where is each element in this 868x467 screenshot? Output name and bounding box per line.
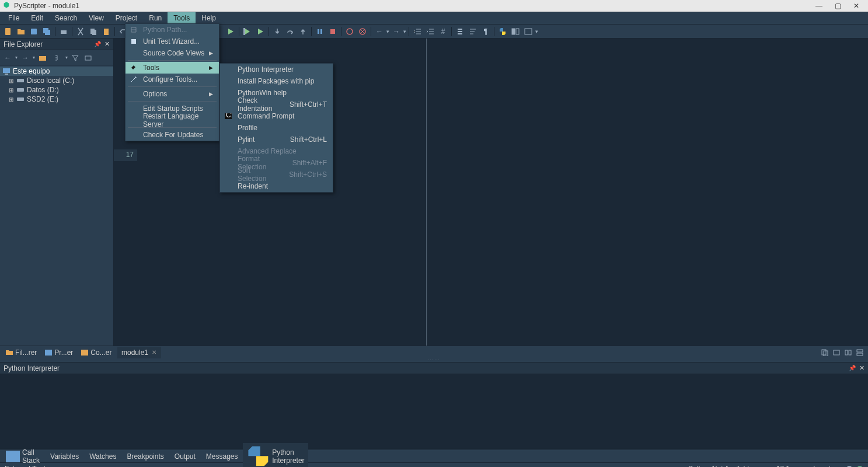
- submenu-re-indent[interactable]: Re-indent: [220, 180, 333, 192]
- open-file-button[interactable]: [15, 26, 27, 37]
- status-mode: Insert: [801, 465, 842, 468]
- pin-icon[interactable]: 📌: [849, 365, 856, 371]
- sidebar-tab-project[interactable]: Pr...er: [41, 347, 76, 358]
- fe-filter-button[interactable]: [70, 53, 81, 63]
- tree-item[interactable]: ⊞ Datos (D:): [0, 85, 113, 95]
- submenu-pylint[interactable]: PylintShift+Ctrl+L: [220, 134, 333, 145]
- new-file-button[interactable]: [2, 26, 14, 37]
- submenu-check-indentation[interactable]: Check IndentationShift+Ctrl+T: [220, 99, 333, 110]
- menu-project[interactable]: Project: [110, 12, 143, 24]
- indent-button[interactable]: [424, 26, 436, 37]
- debug-button[interactable]: [242, 26, 253, 37]
- submenu-command-prompt[interactable]: C:\ Command Prompt: [220, 110, 333, 122]
- dock-tab-variables[interactable]: Variables: [44, 451, 82, 462]
- menu-edit[interactable]: Edit: [25, 12, 49, 24]
- menu-item-unit-test-wizard[interactable]: Unit Test Wizard...: [126, 36, 219, 47]
- pilcrow-button[interactable]: ¶: [480, 26, 491, 37]
- paste-button[interactable]: [100, 26, 112, 37]
- menu-run[interactable]: Run: [143, 12, 168, 24]
- toggle-comment-button[interactable]: #: [437, 26, 449, 37]
- menu-file[interactable]: File: [2, 12, 25, 24]
- svg-rect-15: [516, 29, 519, 34]
- fe-back-button[interactable]: ←: [2, 53, 13, 63]
- tab-close-icon[interactable]: ✕: [152, 349, 156, 356]
- nav-back-button[interactable]: ←: [374, 26, 385, 37]
- menu-item-tools[interactable]: Tools ▶: [126, 62, 219, 74]
- minimize-button[interactable]: —: [815, 2, 822, 9]
- tab-action-2[interactable]: [832, 348, 841, 357]
- panel-close-icon[interactable]: ✕: [104, 40, 110, 48]
- menu-view[interactable]: View: [83, 12, 110, 24]
- expand-icon[interactable]: ⊞: [8, 96, 14, 103]
- tab-action-3[interactable]: [843, 348, 853, 357]
- submenu-install-packages[interactable]: Install Packages with pip: [220, 75, 333, 87]
- pause-button[interactable]: [314, 26, 326, 37]
- python-icon-button[interactable]: [497, 26, 508, 37]
- svg-rect-7: [104, 29, 109, 35]
- step-over-button[interactable]: [284, 26, 296, 37]
- status-position: 17:1: [765, 465, 801, 468]
- editor-tab-module1[interactable]: module1 ✕: [117, 347, 161, 358]
- dock-tab-watches[interactable]: Watches: [83, 451, 120, 462]
- print-button[interactable]: [58, 26, 69, 37]
- tree-root[interactable]: Este equipo: [0, 67, 113, 76]
- tab-action-4[interactable]: [855, 348, 864, 357]
- step-into-button[interactable]: [271, 26, 283, 37]
- menu-item-restart-language-server[interactable]: Restart Language Server: [126, 114, 219, 126]
- dock-tab-messages[interactable]: Messages: [200, 451, 242, 462]
- dock-tab-breakpoints[interactable]: Breakpoints: [121, 451, 167, 462]
- wrap-button[interactable]: [467, 26, 479, 37]
- menu-item-check-for-updates[interactable]: Check For Updates: [126, 129, 219, 141]
- list-button[interactable]: [454, 26, 466, 37]
- outdent-button[interactable]: [412, 26, 423, 37]
- menu-item-source-code-views[interactable]: Source Code Views ▶: [126, 47, 219, 59]
- save-all-button[interactable]: [41, 26, 53, 37]
- menu-help[interactable]: Help: [196, 12, 222, 24]
- tools-icon: [129, 63, 138, 72]
- run-to-cursor-button[interactable]: [255, 26, 266, 37]
- clear-breakpoints-button[interactable]: [357, 26, 368, 37]
- stop-button[interactable]: [327, 26, 339, 37]
- svg-rect-22: [17, 97, 24, 101]
- submenu-python-interpreter[interactable]: Python Interpreter: [220, 64, 333, 75]
- fe-up-button[interactable]: [37, 53, 48, 63]
- sidebar-tab-code-explorer[interactable]: Co...er: [78, 347, 115, 358]
- pin-icon[interactable]: 📌: [94, 41, 101, 47]
- interpreter-body[interactable]: [0, 374, 868, 449]
- run-button[interactable]: [225, 26, 236, 37]
- panel-close-icon[interactable]: ✕: [859, 364, 864, 372]
- menu-item-options[interactable]: Options ▶: [126, 88, 219, 100]
- dock-tab-python-interpreter[interactable]: Python Interpreter: [243, 443, 308, 467]
- menu-item-configure-tools[interactable]: Configure Tools...: [126, 74, 219, 85]
- toggle-breakpoint-button[interactable]: [344, 26, 355, 37]
- svg-rect-0: [5, 28, 11, 35]
- close-button[interactable]: ✕: [853, 2, 860, 9]
- sidebar-tab-file-explorer[interactable]: Fil...rer: [2, 347, 40, 358]
- status-icon-2[interactable]: [856, 465, 863, 468]
- cut-button[interactable]: [75, 26, 86, 37]
- submenu-profile[interactable]: Profile: [220, 122, 333, 134]
- dock-tab-call-stack[interactable]: Call Stack: [2, 447, 43, 466]
- maximize-button[interactable]: ▢: [834, 2, 841, 9]
- svg-rect-20: [17, 79, 24, 82]
- dock-tab-output[interactable]: Output: [169, 451, 199, 462]
- menu-search[interactable]: Search: [49, 12, 83, 24]
- expand-icon[interactable]: ⊞: [8, 78, 14, 84]
- expand-icon[interactable]: ⊞: [8, 87, 14, 93]
- status-icon-1[interactable]: [846, 465, 853, 468]
- tree-item[interactable]: ⊞ Disco local (C:): [0, 76, 113, 85]
- fe-forward-button[interactable]: →: [20, 53, 30, 63]
- copy-button[interactable]: [88, 26, 99, 37]
- cmd-icon: C:\: [224, 111, 233, 121]
- layout-dropdown-button[interactable]: [522, 26, 534, 37]
- fe-refresh-button[interactable]: [83, 53, 93, 63]
- menu-bar: File Edit Search View Project Run Tools …: [0, 12, 868, 25]
- save-button[interactable]: [28, 26, 40, 37]
- tree-item[interactable]: ⊞ SSD2 (E:): [0, 95, 113, 104]
- fe-tree-button[interactable]: [53, 53, 63, 63]
- step-out-button[interactable]: [297, 26, 309, 37]
- layout-button[interactable]: [510, 26, 521, 37]
- menu-tools[interactable]: Tools: [168, 12, 196, 24]
- nav-forward-button[interactable]: →: [391, 26, 402, 37]
- tab-action-1[interactable]: [820, 348, 829, 357]
